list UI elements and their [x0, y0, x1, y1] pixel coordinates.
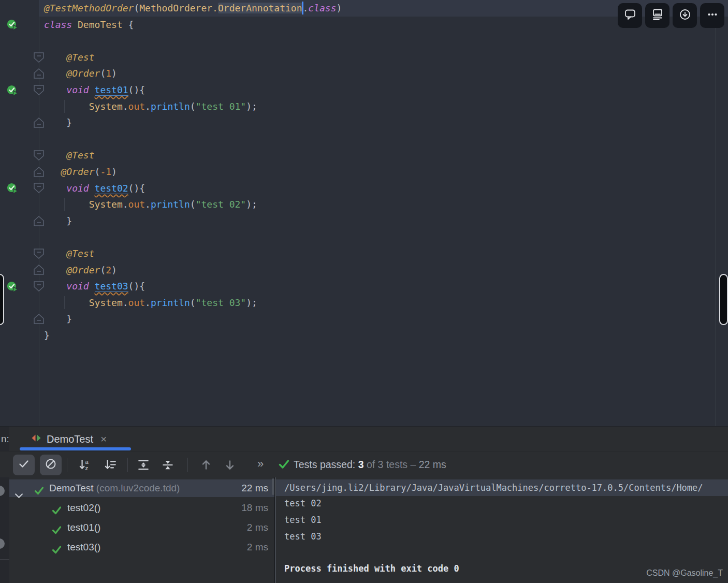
run-test-passed-icon[interactable]: [6, 182, 18, 196]
fold-marker-icon[interactable]: [33, 51, 45, 66]
download-button[interactable]: [673, 3, 697, 28]
fold-marker-icon[interactable]: [33, 247, 45, 262]
test-name: test01(): [67, 519, 100, 536]
code-token: @TestMethodOrder: [44, 3, 134, 13]
close-icon[interactable]: ×: [100, 433, 107, 445]
tree-row-test02[interactable]: test02() 18 ms: [9, 499, 274, 517]
dock-preview-button[interactable]: [645, 3, 669, 28]
indent-guide: [64, 198, 65, 211]
tree-row-test01[interactable]: test01() 2 ms: [9, 519, 274, 536]
test-passed-icon: [52, 543, 62, 560]
code-token: );: [246, 297, 257, 308]
code-token: out: [128, 101, 145, 112]
run-test-passed-icon[interactable]: [6, 19, 18, 33]
code-editor[interactable]: @TestMethodOrder(MethodOrderer.OrderAnno…: [0, 0, 728, 426]
code-token: test01: [95, 84, 128, 96]
next-occurrence-button[interactable]: [223, 458, 237, 472]
left-edge-pill[interactable]: [0, 274, 4, 325]
more-toolbar-chevron[interactable]: »: [257, 451, 264, 478]
side-bar-icon[interactable]: [0, 538, 5, 549]
sort-by-duration-button[interactable]: [103, 458, 118, 472]
run-test-passed-icon[interactable]: [6, 281, 18, 295]
code-line: }: [39, 327, 728, 344]
tree-row-test03[interactable]: test03() 2 ms: [9, 538, 274, 556]
fold-marker-icon[interactable]: [33, 166, 45, 180]
code-token: test02: [95, 183, 128, 194]
fold-marker-icon[interactable]: [33, 280, 45, 295]
code-line: [39, 33, 728, 49]
code-token: ): [111, 265, 117, 275]
code-line: [39, 229, 728, 245]
code-token: test03: [95, 281, 128, 292]
code-token: MethodOrderer.: [139, 3, 218, 13]
right-edge-pill[interactable]: [719, 274, 728, 325]
code-token: [44, 150, 66, 161]
code-token: [44, 68, 66, 79]
code-token: .: [303, 3, 309, 13]
code-token: 1: [106, 68, 111, 79]
code-token: (){: [128, 183, 145, 194]
fold-marker-icon[interactable]: [33, 149, 45, 164]
test-console[interactable]: /Users/jing.li2/Library/Java/JavaVirtual…: [276, 477, 728, 583]
code-token: void: [66, 183, 94, 194]
code-token: [44, 166, 61, 177]
code-token: @Test: [66, 52, 94, 63]
test-suite-name: DemoTest (com.luv2code.tdd): [49, 479, 180, 497]
code-token: }: [44, 330, 50, 341]
more-ellipsis-icon: [706, 8, 719, 23]
fold-marker-icon[interactable]: [33, 116, 45, 131]
code-token: [44, 199, 89, 210]
code-token: @Order: [66, 68, 100, 79]
dock-preview-icon: [651, 8, 664, 23]
previous-occurrence-button[interactable]: [199, 458, 213, 472]
more-button[interactable]: [700, 3, 724, 28]
indent-guide: [64, 296, 65, 310]
code-token: ): [111, 166, 117, 177]
test-name: test02(): [67, 499, 100, 517]
svg-text:a: a: [85, 459, 89, 465]
code-line: System.out.println("test 01");: [39, 98, 728, 115]
code-token: [44, 297, 89, 308]
fold-marker-icon[interactable]: [33, 67, 45, 82]
show-ignored-button[interactable]: [40, 455, 62, 475]
code-token: println: [151, 101, 190, 112]
console-output-line: test 01: [276, 512, 728, 528]
code-token: System: [89, 199, 123, 210]
code-token: println: [151, 199, 190, 210]
comment-button[interactable]: [618, 3, 642, 28]
test-duration: 22 ms: [241, 479, 268, 497]
toolbar-separator: [127, 458, 128, 472]
sort-alphabetically-button[interactable]: a z: [78, 458, 92, 472]
editor-floating-toolbar: [618, 3, 724, 28]
code-line: void test02(){: [39, 180, 728, 197]
code-token: [44, 101, 89, 112]
code-line: }: [39, 114, 728, 131]
code-token: @Order: [61, 166, 95, 177]
run-test-passed-icon[interactable]: [6, 84, 18, 98]
code-token: "test 02": [196, 199, 246, 210]
fold-marker-icon[interactable]: [33, 215, 45, 229]
tree-row-demotest[interactable]: DemoTest (com.luv2code.tdd) 22 ms: [9, 479, 274, 497]
collapse-all-button[interactable]: [161, 458, 175, 472]
fold-marker-icon[interactable]: [33, 182, 45, 196]
fold-marker-icon[interactable]: [33, 264, 45, 278]
test-passed-icon: [52, 523, 62, 541]
code-token: -1: [100, 166, 111, 177]
code-lines: @TestMethodOrder(MethodOrderer.OrderAnno…: [0, 0, 728, 343]
code-token: {: [123, 19, 134, 30]
expand-all-button[interactable]: [136, 458, 151, 472]
show-passed-button[interactable]: [13, 455, 35, 475]
show-ignored-icon: [45, 458, 57, 472]
code-token: (: [190, 199, 196, 210]
side-bar-icon[interactable]: [0, 486, 5, 496]
side-bar-divider: [0, 559, 9, 560]
fold-marker-icon[interactable]: [33, 84, 45, 98]
run-tool-window-tabstrip: n: DemoTest ×: [0, 426, 728, 451]
console-jdk-path-line[interactable]: /Users/jing.li2/Library/Java/JavaVirtual…: [276, 479, 728, 496]
code-token: .: [123, 101, 128, 112]
code-token: .: [123, 297, 128, 308]
fold-marker-icon[interactable]: [33, 313, 45, 327]
test-passed-icon: [34, 484, 44, 501]
code-token: );: [246, 199, 257, 210]
code-token: OrderAnnotation: [218, 3, 302, 13]
